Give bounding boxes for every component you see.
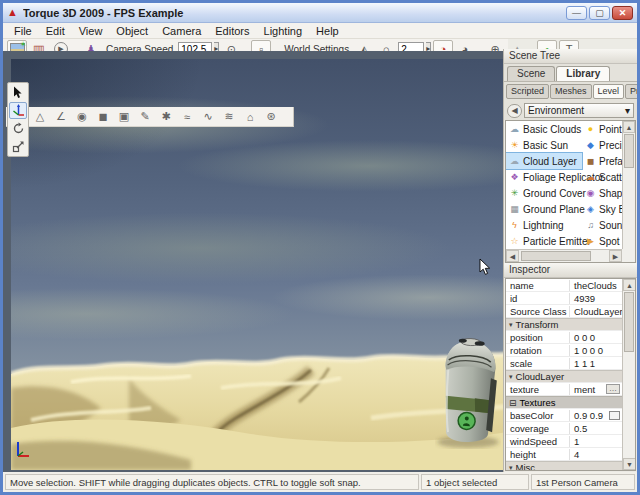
list-item[interactable]: ●Point Light (582, 121, 622, 137)
browse-button[interactable]: … (606, 384, 620, 394)
field-value[interactable]: 4 (570, 449, 622, 460)
decal-editor-button[interactable]: ✎ (135, 108, 155, 126)
titlebar[interactable]: ▲ Torque 3D 2009 - FPS Example — ▢ ✕ (3, 3, 637, 23)
tool-palette (7, 82, 29, 157)
tab-scene[interactable]: Scene (507, 66, 555, 81)
select-tool-button[interactable] (9, 84, 27, 101)
mesh-road-editor-button[interactable]: ≋ (219, 108, 239, 126)
list-item[interactable]: ◉Shape Replicator (582, 185, 622, 201)
tab-library[interactable]: Library (556, 66, 610, 81)
inspector-section-misc[interactable]: ▾Misc (506, 461, 622, 470)
scroll-left-icon[interactable]: ◀ (506, 250, 519, 262)
maximize-button[interactable]: ▢ (589, 6, 610, 20)
list-item-label: Cloud Layer (523, 156, 577, 167)
forest-editor-button[interactable]: ⊛ (261, 108, 281, 126)
list-item[interactable]: ♫Sound Emitter (582, 217, 622, 233)
scroll-up-icon[interactable]: ▲ (623, 121, 635, 133)
menu-editors[interactable]: Editors (208, 23, 256, 39)
menu-file[interactable]: File (7, 23, 39, 39)
field-value[interactable]: ment… (570, 384, 622, 395)
library-list-right-column: ●Point Light◆Precipitation◼Prefab☁Scatte… (582, 121, 622, 249)
field-value[interactable]: 1 (570, 436, 622, 447)
scroll-thumb[interactable] (624, 292, 634, 352)
color-swatch[interactable] (609, 411, 620, 420)
scroll-right-icon[interactable]: ▶ (609, 250, 622, 262)
inspector-vertical-scrollbar[interactable]: ▲ ▼ (622, 279, 635, 470)
terrain-editor-button[interactable]: △ (30, 108, 50, 126)
spawn-tower[interactable] (435, 335, 501, 449)
menu-edit[interactable]: Edit (39, 23, 72, 39)
ground-cover-icon: ✳ (508, 188, 521, 198)
material-editor-button[interactable]: ◉ (72, 108, 92, 126)
inspector-panel: nametheCloudsid4939Source ClassCloudLaye… (505, 278, 636, 471)
list-item[interactable]: ❖Foliage Replicator (506, 169, 582, 185)
list-vertical-scrollbar[interactable]: ▲ (622, 121, 635, 249)
menu-camera[interactable]: Camera (155, 23, 208, 39)
list-item[interactable]: ☁Cloud Layer (506, 153, 582, 169)
sketch-tool-icon: ◼ (98, 110, 107, 123)
list-item[interactable]: ✳Ground Cover (506, 185, 582, 201)
inspector-header: Inspector (504, 263, 637, 278)
list-item[interactable]: ◈Sky Box (582, 201, 622, 217)
scroll-down-icon[interactable]: ▼ (623, 458, 636, 470)
list-horizontal-scrollbar[interactable]: ◀ ▶ (506, 249, 622, 262)
subtab-scripted[interactable]: Scripted (506, 84, 549, 99)
field-label: coverage (506, 423, 570, 434)
particle-editor-icon: ✱ (161, 110, 170, 123)
field-value[interactable]: 0.5 (570, 423, 622, 434)
minimize-button[interactable]: — (566, 6, 587, 20)
menu-help[interactable]: Help (309, 23, 346, 39)
category-dropdown[interactable]: Environment ▾ (524, 103, 634, 118)
scene-tree-tabs: SceneLibrary (504, 64, 637, 81)
move-axes-icon (12, 104, 25, 117)
terrain-painter-button[interactable]: ∠ (51, 108, 71, 126)
list-item[interactable]: ▶Spot Light (582, 233, 622, 249)
status-message: Move selection. SHIFT while dragging dup… (5, 474, 419, 490)
list-item-label: Ground Plane (523, 204, 585, 215)
category-back-button[interactable]: ◀ (507, 104, 522, 118)
field-value[interactable]: theClouds (570, 280, 622, 291)
field-value[interactable]: 1 0 0 0 (570, 345, 622, 356)
menu-lighting[interactable]: Lighting (257, 23, 310, 39)
list-item[interactable]: ☀Basic Sun (506, 137, 582, 153)
scroll-thumb[interactable] (521, 251, 591, 261)
category-value: Environment (528, 105, 584, 116)
shape-editor-button[interactable]: ⌂ (240, 108, 260, 126)
scale-tool-button[interactable] (9, 138, 27, 155)
inspector-section-cloudlayer[interactable]: ▾CloudLayer (506, 370, 622, 383)
rotate-tool-button[interactable] (9, 120, 27, 137)
field-value[interactable]: 0 0 0 (570, 332, 622, 343)
datablock-editor-button[interactable]: ▣ (114, 108, 134, 126)
road-editor-button[interactable]: ∿ (198, 108, 218, 126)
move-tool-button[interactable] (9, 102, 27, 119)
close-button[interactable]: ✕ (612, 6, 633, 20)
status-bar: Move selection. SHIFT while dragging dup… (3, 472, 637, 492)
inspector-group-textures[interactable]: ⊟Textures (506, 396, 622, 409)
list-item[interactable]: ▦Ground Plane (506, 201, 582, 217)
scroll-up-icon[interactable]: ▲ (623, 279, 636, 291)
list-item[interactable]: ☁Basic Clouds (506, 121, 582, 137)
list-item[interactable]: ϟLightning (506, 217, 582, 233)
subtab-level[interactable]: Level (593, 84, 625, 99)
list-item[interactable]: ☁Scatter Sky (582, 169, 622, 185)
subtab-prefabs[interactable]: Prefabs (625, 84, 640, 99)
subtab-meshes[interactable]: Meshes (550, 84, 592, 99)
field-value[interactable]: 1 1 1 (570, 358, 622, 369)
list-item[interactable]: ◼Prefab (582, 153, 622, 169)
field-value[interactable]: 0.9 0.9 (570, 410, 622, 421)
field-label: windSpeed (506, 436, 570, 447)
inspector-field-id: id4939 (506, 292, 622, 305)
sketch-tool-button[interactable]: ◼ (93, 108, 113, 126)
river-editor-button[interactable]: ≈ (177, 108, 197, 126)
list-item-label: Ground Cover (523, 188, 586, 199)
menu-object[interactable]: Object (109, 23, 155, 39)
field-value[interactable]: 4939 (570, 293, 622, 304)
list-item[interactable]: ☆Particle Emitter (506, 233, 582, 249)
menu-view[interactable]: View (72, 23, 110, 39)
particle-editor-button[interactable]: ✱ (156, 108, 176, 126)
scroll-thumb[interactable] (624, 134, 634, 168)
list-item-label: Sound Emitter (599, 220, 622, 231)
field-value[interactable]: CloudLayer (570, 306, 622, 317)
inspector-section-transform[interactable]: ▾Transform (506, 318, 622, 331)
list-item[interactable]: ◆Precipitation (582, 137, 622, 153)
